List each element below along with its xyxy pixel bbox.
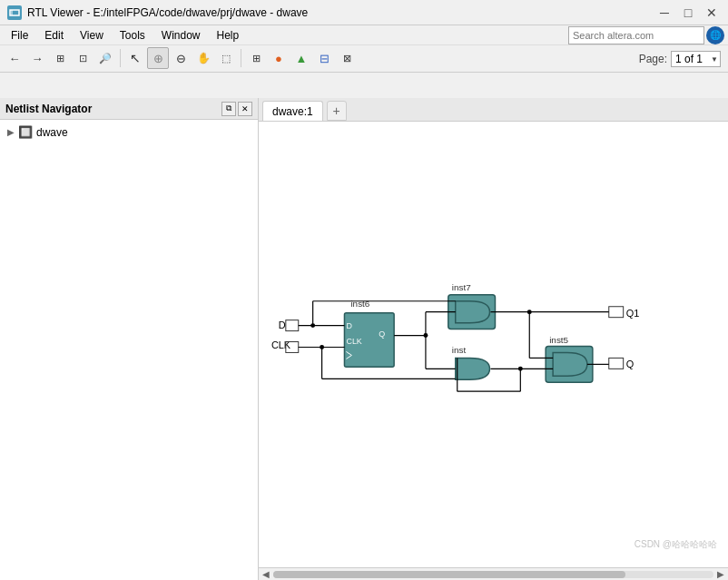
inst5-and-shape — [553, 352, 587, 376]
panel-float-button[interactable]: ⧉ — [221, 102, 236, 116]
maximize-button[interactable]: □ — [679, 4, 697, 22]
tab-dwave1[interactable]: dwave:1 — [262, 101, 323, 121]
d-input-label: D — [279, 319, 286, 330]
inst5-label: inst5 — [549, 335, 568, 345]
q1-label: Q1 — [626, 308, 640, 319]
inst-and-shape — [456, 358, 490, 379]
q-label: Q — [626, 359, 635, 369]
toolbar-sep-1 — [120, 49, 121, 67]
forward-button[interactable]: → — [26, 47, 48, 69]
menu-tools[interactable]: Tools — [113, 27, 152, 44]
zoom-out-button[interactable]: ⊖ — [170, 47, 192, 69]
inst6-q-port: Q — [379, 329, 385, 339]
fit-window-button[interactable]: ⊞ — [49, 47, 71, 69]
page-label: Page: — [639, 53, 667, 65]
panel-close-button[interactable]: ✕ — [238, 102, 252, 116]
scrollbar-track[interactable] — [273, 571, 713, 578]
scroll-right-icon[interactable]: ▶ — [717, 569, 724, 579]
inst6-d-port: D — [346, 321, 352, 330]
page-select[interactable]: 1 of 1 — [671, 51, 721, 67]
inst-label: inst — [452, 345, 467, 355]
pan-button[interactable]: ✋ — [192, 47, 214, 69]
panel-buttons: ⧉ ✕ — [221, 102, 252, 116]
horizontal-scrollbar[interactable]: ◀ ▶ — [259, 567, 728, 580]
page-info: Page: 1 of 1 — [639, 51, 728, 67]
q1-port-rect — [609, 307, 624, 318]
tab-add-button[interactable]: + — [327, 101, 347, 121]
tree-item-dwave[interactable]: ▶ 🔲 dwave — [4, 123, 254, 141]
menu-window[interactable]: Window — [154, 27, 208, 44]
scroll-left-icon[interactable]: ◀ — [262, 569, 270, 579]
export-button[interactable]: ⊠ — [336, 47, 358, 69]
filter-button[interactable]: ⊟ — [313, 47, 335, 69]
junction-dot-2 — [310, 323, 315, 328]
inst6-label: inst6 — [350, 299, 369, 309]
back-button[interactable]: ← — [4, 47, 25, 69]
d-port-rect — [286, 320, 299, 331]
fit-page-button[interactable]: ⊡ — [72, 47, 93, 69]
inst7-and-shape — [456, 301, 490, 323]
close-button[interactable]: ✕ — [703, 4, 721, 22]
q-port-rect — [609, 358, 624, 369]
scrollbar-thumb[interactable] — [273, 571, 625, 578]
find-button[interactable]: 🔎 — [94, 47, 116, 69]
tab-bar: dwave:1 + — [259, 98, 728, 122]
app-icon — [7, 5, 22, 20]
window-title: RTL Viewer - E:/intelFPGA/code/dwave/prj… — [27, 6, 650, 19]
inst7-label: inst7 — [452, 282, 471, 292]
netlist-navigator-header: Netlist Navigator ⧉ ✕ — [0, 98, 258, 120]
tree-arrow-icon: ▶ — [7, 127, 15, 137]
right-panel: dwave:1 + D CLK inst6 D CLK Q — [259, 98, 728, 580]
junction-dot-3 — [320, 345, 324, 349]
inst6-clk-port: CLK — [346, 338, 361, 347]
tree-item-label: dwave — [36, 126, 68, 139]
zoom-in-button[interactable]: ⊕ — [147, 47, 169, 69]
search-globe-icon: 🌐 — [706, 26, 724, 44]
netlist-navigator-title: Netlist Navigator — [5, 103, 92, 115]
minimize-button[interactable]: ─ — [655, 4, 674, 22]
netlist-button[interactable]: ⊞ — [245, 47, 267, 69]
highlight-button[interactable]: ● — [268, 47, 290, 69]
title-bar: RTL Viewer - E:/intelFPGA/code/dwave/prj… — [0, 0, 728, 25]
toolbar-sep-2 — [241, 49, 241, 67]
main-layout: Netlist Navigator ⧉ ✕ ▶ 🔲 dwave dwave:1 … — [0, 98, 728, 580]
menu-edit[interactable]: Edit — [37, 27, 71, 44]
module-icon: 🔲 — [18, 125, 33, 139]
menu-bar: File Edit View Tools Window Help 🌐 — [0, 25, 728, 45]
canvas-area[interactable]: D CLK inst6 D CLK Q inst7 — [259, 122, 728, 567]
toolbar: ← → ⊞ ⊡ 🔎 ↖ ⊕ ⊖ ✋ ⬚ ⊞ ● ▲ ⊟ ⊠ — [0, 45, 639, 73]
pointer-button[interactable]: ↖ — [124, 47, 146, 69]
left-panel: Netlist Navigator ⧉ ✕ ▶ 🔲 dwave — [0, 98, 259, 580]
watermark: CSDN @哈哈哈哈哈 — [635, 538, 717, 551]
search-input[interactable] — [568, 26, 704, 44]
cone-button[interactable]: ▲ — [290, 47, 312, 69]
netlist-tree: ▶ 🔲 dwave — [0, 120, 258, 580]
menu-file[interactable]: File — [4, 27, 35, 44]
marquee-button[interactable]: ⬚ — [215, 47, 237, 69]
page-select-wrap: 1 of 1 — [671, 51, 721, 67]
menu-view[interactable]: View — [73, 27, 111, 44]
schematic-svg: D CLK inst6 D CLK Q inst7 — [259, 122, 728, 567]
tab-label: dwave:1 — [272, 105, 313, 118]
toolbar-row: ← → ⊞ ⊡ 🔎 ↖ ⊕ ⊖ ✋ ⬚ ⊞ ● ▲ ⊟ ⊠ Page: 1 of… — [0, 45, 728, 73]
menu-help[interactable]: Help — [210, 27, 247, 44]
